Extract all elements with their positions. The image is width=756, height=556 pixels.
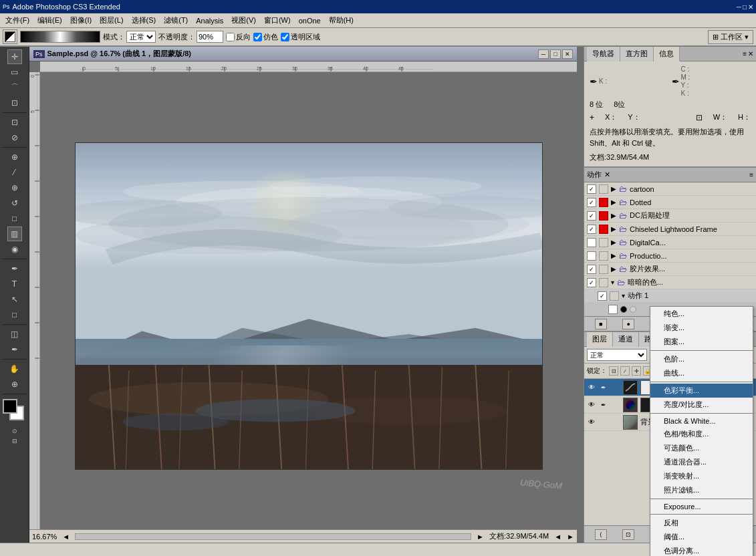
ctx-hue-sat[interactable]: 色相/饱和度... <box>650 427 753 441</box>
doc-minimize-btn[interactable]: ─ <box>538 49 549 59</box>
actions-close-x[interactable]: ✕ <box>604 170 610 179</box>
tab-navigator[interactable]: 导航器 <box>587 47 620 61</box>
zoom-tool[interactable]: ⊕ <box>7 377 22 392</box>
menu-view[interactable]: 视图(V) <box>227 14 260 27</box>
action-item-productio[interactable]: ▶ 🗁 Productio... <box>584 249 756 263</box>
menu-layer[interactable]: 图层(L) <box>96 14 127 27</box>
eraser-tool[interactable]: □ <box>7 211 22 226</box>
menu-edit[interactable]: 编辑(E) <box>33 14 66 27</box>
notes-tool[interactable]: ◫ <box>7 327 22 341</box>
path-select-tool[interactable]: ↖ <box>7 292 22 307</box>
nav-left-btn[interactable]: ◄ <box>554 533 561 541</box>
maximize-btn[interactable]: □ <box>743 3 747 11</box>
action-item-chiseled[interactable]: ✓ ▶ 🗁 Chiseled Lightwood Frame <box>584 223 756 236</box>
scroll-right-arrow[interactable]: ► <box>477 533 484 541</box>
brush-tool[interactable]: ∕ <box>7 165 22 180</box>
record-action-btn[interactable]: ● <box>622 319 634 329</box>
ctx-gradient[interactable]: 渐变... <box>650 321 753 335</box>
minimize-btn[interactable]: ─ <box>737 3 741 11</box>
ctx-posterize[interactable]: 色调分离... <box>650 544 753 556</box>
move-tool[interactable]: ✛ <box>7 49 22 64</box>
ctx-pattern[interactable]: 图案... <box>650 335 753 349</box>
ctx-exposure[interactable]: Exposure... <box>650 501 753 513</box>
action-item-dc[interactable]: ✓ ▶ 🗁 DC后期处理 <box>584 209 756 223</box>
crop-tool[interactable]: ⊡ <box>7 115 22 130</box>
ctx-selective-color[interactable]: 可选颜色... <box>650 441 753 455</box>
ctx-invert[interactable]: 反相 <box>650 516 753 530</box>
pen-tool[interactable]: ✒ <box>7 261 22 276</box>
layer-eye-curve[interactable]: 👁 <box>587 383 596 392</box>
panel-close-icon[interactable]: ✕ <box>748 50 753 57</box>
doc-close-btn[interactable]: ✕ <box>562 49 573 59</box>
clone-tool[interactable]: ⊕ <box>7 180 22 195</box>
nav-right-btn[interactable]: ► <box>567 533 574 541</box>
text-tool[interactable]: T <box>7 277 22 291</box>
mode-select[interactable]: 正常 <box>126 31 156 43</box>
ctx-threshold[interactable]: 阈值... <box>650 530 753 544</box>
tool-preset-picker[interactable] <box>3 29 17 44</box>
layer-eye-bg[interactable]: 👁 <box>587 418 596 427</box>
lock-paint-btn[interactable]: ∕ <box>620 366 630 376</box>
panel-menu-icon[interactable]: ≡ <box>743 50 747 57</box>
action-item-digitalca[interactable]: ▶ 🗁 DigitalCa... <box>584 236 756 249</box>
ctx-brightness[interactable]: 亮度/对比度... <box>650 398 753 412</box>
menu-filter[interactable]: 滤镜(T) <box>160 14 192 27</box>
tab-info[interactable]: 信息 <box>654 47 680 61</box>
color-swatches[interactable] <box>3 399 27 423</box>
foreground-color[interactable] <box>3 399 17 414</box>
menu-file[interactable]: 文件(F) <box>1 14 33 27</box>
ctx-color-balance[interactable]: 色彩平衡... <box>650 384 753 398</box>
layer-mask-btn[interactable]: ⊡ <box>622 529 634 540</box>
layer-styles-btn[interactable]: ⟨ <box>595 529 607 540</box>
dodge-tool[interactable]: ◉ <box>7 242 22 257</box>
stop-action-btn[interactable]: ■ <box>595 319 607 329</box>
tab-channels[interactable]: 通道 <box>613 332 639 347</box>
marquee-tool[interactable]: ▭ <box>7 65 22 80</box>
ctx-levels[interactable]: 色阶... <box>650 352 753 366</box>
ctx-channel-mixer[interactable]: 通道混合器... <box>650 455 753 469</box>
eyedropper-tool[interactable]: ✒ <box>7 342 22 357</box>
menu-analysis[interactable]: Analysis <box>192 15 227 26</box>
lock-transparent-btn[interactable]: ⊡ <box>609 366 618 376</box>
action-item-action1[interactable]: ✓ ▾ 动作 1 <box>584 289 756 303</box>
menu-onone[interactable]: onOne <box>295 15 325 26</box>
transparency-checkbox[interactable]: 透明区域 <box>281 32 320 42</box>
workspace-button[interactable]: ⊞ 工作区 ▾ <box>708 30 753 44</box>
ctx-photo-filter[interactable]: 照片滤镜... <box>650 483 753 497</box>
history-brush-tool[interactable]: ↺ <box>7 196 22 211</box>
tab-layers[interactable]: 图层 <box>587 332 613 347</box>
doc-maximize-btn[interactable]: □ <box>550 49 561 59</box>
action-item-cartoon[interactable]: ✓ ▶ 🗁 cartoon <box>584 182 756 196</box>
layer-eye-color[interactable]: 👁 <box>587 400 596 410</box>
ctx-solid-color[interactable]: 纯色... <box>650 307 753 321</box>
tab-histogram[interactable]: 直方图 <box>620 47 654 61</box>
screen-mode-btn[interactable]: ⊟ <box>12 438 17 444</box>
gradient-preview[interactable] <box>20 31 100 43</box>
lasso-tool[interactable]: ⌒ <box>7 80 22 95</box>
actions-menu-icon[interactable]: ≡ <box>749 171 753 178</box>
shape-tool[interactable]: □ <box>7 307 22 322</box>
lock-position-btn[interactable]: ✛ <box>632 366 641 376</box>
menu-help[interactable]: 帮助(H) <box>325 14 358 27</box>
blend-mode-select[interactable]: 正常 <box>587 349 647 361</box>
slice-tool[interactable]: ⊘ <box>7 130 22 145</box>
invert-checkbox[interactable]: 反向 <box>226 32 251 42</box>
quick-select-tool[interactable]: ⊡ <box>7 96 22 110</box>
action-item-dark[interactable]: ✓ ▾ 🗁 暗暗的色... <box>584 276 756 289</box>
hand-tool[interactable]: ✋ <box>7 362 22 376</box>
action-item-film[interactable]: ✓ ▶ 🗁 胶片效果... <box>584 263 756 276</box>
ctx-gradient-map[interactable]: 渐变映射... <box>650 469 753 483</box>
scroll-left-arrow[interactable]: ◄ <box>62 533 70 541</box>
ctx-curves[interactable]: 曲线... <box>650 366 753 380</box>
action-item-dotted[interactable]: ✓ ▶ 🗁 Dotted <box>584 196 756 209</box>
opacity-input[interactable] <box>197 31 223 43</box>
quick-mask-btn[interactable]: ⊙ <box>12 428 17 434</box>
close-btn[interactable]: ✕ <box>748 3 753 11</box>
menu-image[interactable]: 图像(I) <box>66 14 96 27</box>
ctx-black-white[interactable]: Black & White... <box>650 415 753 427</box>
dither-checkbox[interactable]: 仿色 <box>253 32 278 42</box>
image-canvas[interactable] <box>40 83 577 529</box>
menu-window[interactable]: 窗口(W) <box>260 14 295 27</box>
scroll-track[interactable] <box>75 533 471 540</box>
menu-select[interactable]: 选择(S) <box>128 14 160 27</box>
